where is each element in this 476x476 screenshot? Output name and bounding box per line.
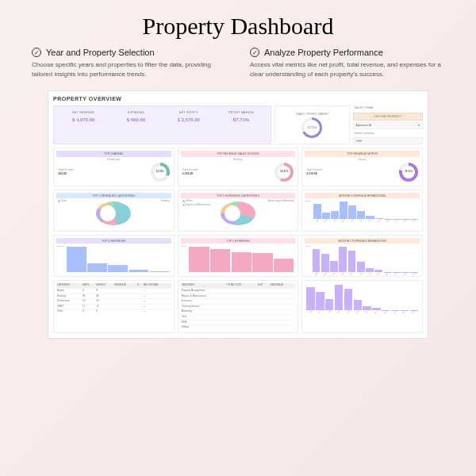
stat-value: 3,210.00 xyxy=(306,172,397,175)
currency-select[interactable]: USD xyxy=(353,137,423,144)
choose-property-button[interactable]: CHOOSE PROPERTY xyxy=(353,113,423,121)
data-table: CATEGORYTOTAL COST%GT%REVENUEProperty Ma… xyxy=(181,283,296,329)
y-axis-label: 2,400.00 xyxy=(56,245,64,274)
y-axis-label: 70.00 xyxy=(305,245,309,274)
legend-label: Booking xyxy=(162,200,170,202)
donut-chart-icon: 79.12% xyxy=(399,163,418,182)
table-row: Property Management xyxy=(181,289,296,294)
bar-chart xyxy=(65,245,171,272)
card-top5-expenses: TOP 5 EXPENSES 100.00 xyxy=(178,235,299,277)
stat-label: Total Income xyxy=(306,168,397,171)
table-row: Marketing xyxy=(181,309,296,315)
gauge-ring-icon: 67.71% xyxy=(301,117,322,138)
features-row: ✓ Year and Property Selection Choose spe… xyxy=(0,48,476,90)
donut-chart-icon: 32.03% xyxy=(151,163,170,182)
chevron-down-icon: ▾ xyxy=(418,124,420,127)
x-axis: JANFEBMARAPRMAYJUNJULAUGSEPOCTNOVDEC xyxy=(311,272,420,275)
currency-label: Select Currency xyxy=(353,131,423,136)
table-row: VRBO1212— xyxy=(56,304,171,309)
card-header: TOP 5 EXPENSES CATEGORIES xyxy=(181,193,296,198)
feature-year-selection: ✓ Year and Property Selection Choose spe… xyxy=(32,48,226,79)
donut-chart-icon xyxy=(221,202,255,225)
table-row: Insurance xyxy=(181,299,296,305)
card-top-revenue-month: TOP REVENUE MONTH January Total Income 3… xyxy=(301,148,423,186)
card-header: TOP REVENUE SALES SOURCE xyxy=(181,151,296,156)
donut-chart-icon: 56.47% xyxy=(274,163,294,182)
card-header: TOP 5 REVENUES CATEGORIES xyxy=(56,193,171,198)
check-icon: ✓ xyxy=(250,48,259,57)
card-rev-categories: TOP 5 REVENUES CATEGORIES Other Booking xyxy=(53,190,175,232)
stat-value: 2,320.00 xyxy=(182,172,273,175)
stat-label: Total Income xyxy=(182,168,273,171)
legend-label: Repairs and Maintenance xyxy=(186,204,211,206)
property-value: Apartment A xyxy=(356,124,371,127)
feature-desc: Choose specific years and properties to … xyxy=(32,60,226,79)
bar-chart xyxy=(305,283,420,310)
gauge-label: YEARLY PROFIT TARGET xyxy=(295,113,328,116)
kpi-net-profit: NET PROFIT $ 3,570.00 xyxy=(163,111,215,139)
card-header: TOP CHANNEL xyxy=(56,151,171,156)
bar-chart xyxy=(312,200,420,219)
stat-value: 343.00 xyxy=(58,172,148,175)
table-row: Cleaning Service xyxy=(181,304,296,309)
legend-label: Other xyxy=(61,200,67,202)
card-header: TOP 5 REVENUES xyxy=(56,238,171,244)
gauge-value: 67.71% xyxy=(304,120,320,136)
feature-desc: Access vital metrics like net profit, to… xyxy=(250,60,444,79)
kpi-profit-margin: PROFIT MARGIN 87.71% xyxy=(215,111,267,139)
kpi-value: $ 3,570.00 xyxy=(163,117,215,123)
check-icon: ✓ xyxy=(32,48,41,57)
kpi-net-revenue: NET REVENUE $ 4,070.00 xyxy=(57,111,109,139)
kpi-label: NET PROFIT xyxy=(163,111,215,114)
legend: Other xyxy=(56,200,94,227)
donut-value: 32.03% xyxy=(154,166,167,178)
card-monthly-revenue: MONTHLY REVENUE BREAKDOWN 500.00 JANFEBM… xyxy=(301,190,423,232)
card-top5-revenues: TOP 5 REVENUES 2,400.00 xyxy=(53,235,175,277)
table-row: Utilities xyxy=(181,325,296,330)
x-axis: JANFEBMARAPRMAYJUNJULAUGSEPOCTNOVDEC xyxy=(305,310,420,313)
legend-label: Advertising and Marketing xyxy=(268,200,294,202)
card-header: MONTHLY EXPENSES BREAKDOWN xyxy=(305,238,420,244)
card-top-revenue-source: TOP REVENUE SALES SOURCE Booking Total I… xyxy=(178,148,299,186)
card-top-channel: TOP CHANNEL Dreamstays Total Income 343.… xyxy=(53,148,175,186)
card-bottom-right: JANFEBMARAPRMAYJUNJULAUGSEPOCTNOVDEC xyxy=(301,280,423,332)
table-row: Booking3434— xyxy=(56,294,171,299)
kpi-label: NET REVENUE xyxy=(57,111,109,114)
table-revenue-categories: CATEGORYDAYSNIGHTSREVENUE%NET INCOMEAirb… xyxy=(53,280,175,332)
gauge-yearly-target: YEARLY PROFIT TARGET 67.71% xyxy=(274,106,349,144)
stat-label: Total Income xyxy=(58,168,148,171)
card-monthly-expenses: MONTHLY EXPENSES BREAKDOWN 70.00 JANFEBM… xyxy=(301,235,423,277)
donut-value: 79.12% xyxy=(402,166,415,178)
legend: Booking xyxy=(132,200,171,227)
currency-value: USD xyxy=(356,140,362,143)
dashboard-title: PROPERTY OVERVIEW xyxy=(53,96,423,102)
table-row: Other66— xyxy=(56,309,171,314)
kpi-label: EXPENSES xyxy=(109,111,162,114)
kpi-value: $ 500.00 xyxy=(109,117,162,123)
kpi-row: NET REVENUE $ 4,070.00 EXPENSES $ 500.00… xyxy=(53,106,271,144)
legend: Utilities Repairs and Maintenance xyxy=(181,200,219,227)
dashboard-panel: PROPERTY OVERVIEW NET REVENUE $ 4,070.00… xyxy=(48,90,428,339)
feature-title: Analyze Property Performance xyxy=(264,48,383,57)
kpi-value: $ 4,070.00 xyxy=(57,117,109,123)
y-axis-label: 100.00 xyxy=(181,245,187,274)
bar-chart xyxy=(311,245,420,272)
table-row: Yard xyxy=(181,315,296,321)
bar-chart xyxy=(187,245,295,272)
table-row: Repairs & Maintenance xyxy=(181,294,296,299)
table-row: Airbnb88— xyxy=(56,289,171,294)
donut-chart-icon xyxy=(96,202,131,225)
year-label: SELECT YEAR xyxy=(353,106,423,110)
card-header: MONTHLY REVENUE BREAKDOWN xyxy=(305,193,420,198)
table-expense-categories: CATEGORYTOTAL COST%GT%REVENUEProperty Ma… xyxy=(178,280,299,332)
donut-value: 56.47% xyxy=(278,166,290,178)
card-header: TOP 5 EXPENSES xyxy=(181,238,296,244)
page-title: Property Dashboard xyxy=(0,0,476,48)
feature-title: Year and Property Selection xyxy=(46,48,155,57)
y-axis-label: 500.00 xyxy=(305,200,311,228)
card-header: TOP REVENUE MONTH xyxy=(305,151,420,156)
data-table: CATEGORYDAYSNIGHTSREVENUE%NET INCOMEAirb… xyxy=(56,283,171,314)
property-select[interactable]: Apartment A ▾ xyxy=(353,122,423,129)
feature-analyze: ✓ Analyze Property Performance Access vi… xyxy=(250,48,444,79)
kpi-expenses: EXPENSES $ 500.00 xyxy=(109,111,162,139)
